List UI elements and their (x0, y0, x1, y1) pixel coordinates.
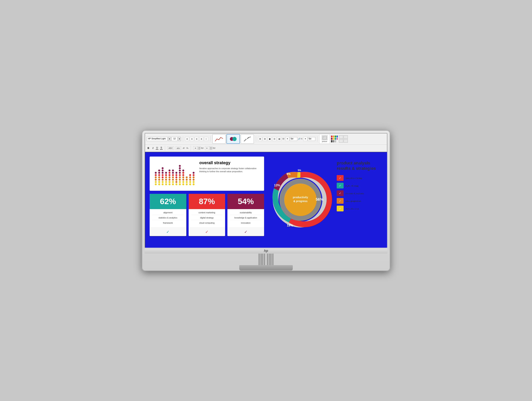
monitor: HP Simplified Light ▼ 12 ▼ ≡ ≡ ≡ ≡ ⫶ (142, 130, 390, 271)
svg-point-78 (186, 176, 188, 178)
svg-point-84 (193, 183, 195, 185)
svg-point-82 (189, 176, 191, 178)
svg-point-4 (247, 138, 248, 139)
stat-header-1: 62% (150, 194, 186, 209)
legend-section: product analysis results & strategies ✓ … (337, 157, 382, 243)
font-size-dropdown[interactable]: ▼ (178, 137, 181, 141)
font-selector-group: HP Simplified Light ▼ 12 ▼ (146, 137, 181, 141)
align-left-btn[interactable]: ≡ (185, 137, 189, 141)
bold-btn[interactable]: B (146, 146, 150, 150)
align-right-btn[interactable]: ≡ (195, 137, 199, 141)
svg-point-14 (155, 179, 157, 181)
svg-point-16 (155, 174, 157, 176)
separator4 (317, 136, 317, 142)
color-grid-icon[interactable] (331, 135, 338, 142)
svg-point-62 (179, 176, 181, 178)
stat-item-3-2: innovation (230, 222, 261, 225)
svg-point-49 (172, 176, 174, 178)
right-panel: productivity & progress 56% 18% 13% 8% 5… (268, 157, 382, 243)
svg-point-61 (179, 179, 181, 181)
align-center-btn[interactable]: ≡ (190, 137, 194, 141)
picture-btn[interactable]: picture (319, 134, 330, 144)
line-chart-icon[interactable] (212, 134, 226, 144)
stat-percent-1: 62% (153, 197, 183, 206)
crop-btn3[interactable]: ▣ (267, 137, 272, 141)
indent-down[interactable]: ▼ (198, 148, 200, 150)
height-input[interactable]: 0pt (308, 137, 315, 141)
svg-point-36 (165, 176, 167, 178)
chain-icon: 🔗 (298, 138, 300, 140)
indent-up[interactable]: ▲ (198, 146, 200, 148)
strikethrough-btn[interactable]: S (160, 146, 163, 150)
stat-item-3-0: sustainability (230, 211, 261, 215)
legend-badge-1: ✓ (337, 183, 344, 188)
table-icon3[interactable] (339, 139, 343, 143)
width-decrement[interactable]: ▼ (285, 137, 290, 141)
svg-point-43 (169, 174, 171, 176)
width-input[interactable]: 0pt (290, 137, 297, 141)
svg-point-75 (186, 183, 188, 185)
strategy-text: overall strategy Iterative approaches to… (199, 160, 260, 173)
stat-item-2-2: cloud computing (191, 222, 223, 225)
picture-label: picture (322, 140, 327, 142)
svg-point-76 (186, 181, 188, 183)
legend-label-2: analytics & statistics (345, 192, 364, 195)
svg-point-88 (193, 174, 195, 176)
crop-btn1[interactable]: ⊞ (258, 137, 262, 141)
indent-btn[interactable]: ⇥ (193, 146, 197, 150)
svg-point-63 (179, 174, 181, 176)
left-panel: overall strategy Iterative approaches to… (150, 157, 264, 243)
check-icon-1: ✓ (166, 230, 170, 234)
svg-point-86 (193, 179, 195, 181)
svg-point-34 (165, 181, 167, 183)
stat-item-3-1: knowledge & application (230, 216, 261, 220)
svg-point-57 (175, 174, 177, 176)
table-icon4[interactable] (344, 139, 348, 143)
align-justify-btn[interactable]: ≡ (199, 137, 203, 141)
svg-point-31 (162, 170, 164, 172)
svg-point-32 (162, 167, 164, 169)
svg-point-64 (179, 172, 181, 174)
bubble-chart-icon[interactable] (227, 134, 240, 144)
subscript-label: A₂ (186, 147, 188, 149)
indent-group: ⇥ ▲ ▼ 0pt (193, 146, 203, 150)
underline-btn[interactable]: U (156, 146, 158, 150)
font-name-dropdown[interactable]: ▼ (168, 137, 171, 141)
chart-icons (212, 134, 254, 144)
outdent-val: 0pt (213, 147, 215, 149)
outdent-btn[interactable]: ⇤ (205, 146, 209, 150)
table-icon1[interactable] (339, 135, 343, 139)
outdent-down[interactable]: ▼ (210, 148, 212, 150)
separator6 (191, 146, 191, 151)
check-icon-2: ✓ (205, 230, 209, 234)
font-name-input[interactable]: HP Simplified Light (146, 137, 168, 141)
strategy-description: Iterative approaches to corporate strate… (199, 167, 260, 173)
svg-line-9 (244, 136, 251, 142)
legend-check-2: ✓ (339, 192, 341, 195)
font-size-input[interactable]: 12 (171, 137, 177, 141)
table-icon2[interactable] (344, 135, 348, 139)
outdent-up[interactable]: ▲ (210, 146, 212, 148)
svg-point-59 (179, 183, 181, 185)
svg-point-29 (162, 174, 164, 176)
svg-point-38 (165, 172, 167, 174)
crop-btn2[interactable]: ⊟ (263, 137, 267, 141)
monitor-chin: hp (145, 248, 387, 254)
svg-point-41 (169, 179, 171, 181)
stat-header-2: 87% (189, 194, 225, 209)
italic-btn[interactable]: I (152, 146, 154, 150)
stat-footer-1: ✓ (150, 228, 186, 236)
svg-point-27 (162, 179, 164, 181)
align-col-btn[interactable]: ⫶ (204, 137, 208, 141)
scatter-chart-icon[interactable] (241, 134, 254, 144)
svg-point-81 (189, 179, 191, 181)
crop-btn4[interactable]: ⊡ (272, 137, 277, 141)
dot-chart (153, 160, 196, 187)
svg-point-45 (169, 170, 171, 172)
height-decrement[interactable]: ▼ (303, 137, 307, 141)
separator3 (256, 136, 256, 142)
svg-point-21 (158, 176, 160, 178)
svg-point-51 (172, 172, 174, 174)
crop-btn5[interactable]: ▤ (277, 137, 281, 141)
label-5: 5% (298, 169, 301, 172)
